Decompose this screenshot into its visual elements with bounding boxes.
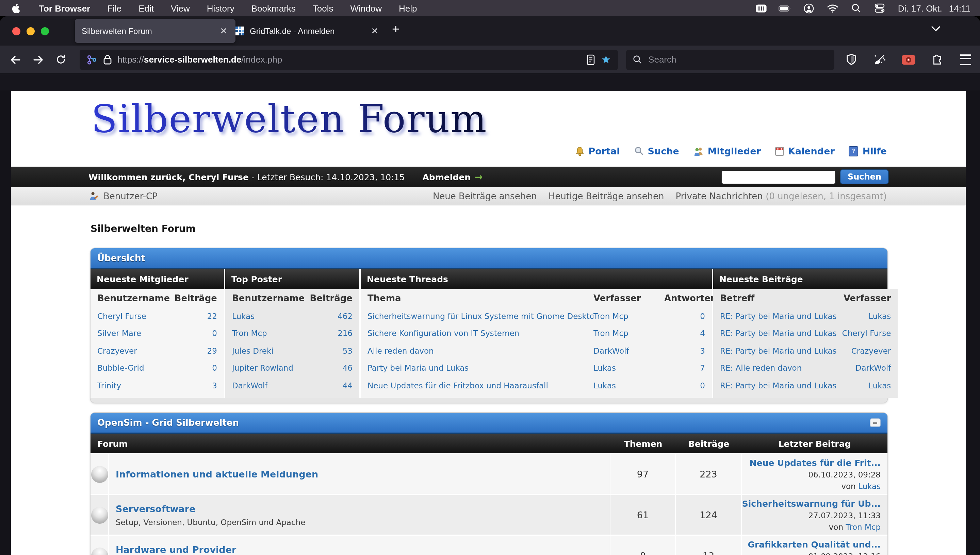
today-posts-link[interactable]: Heutige Beiträge ansehen — [548, 191, 664, 201]
minimize-window-button[interactable] — [27, 27, 35, 35]
post-author-link[interactable]: Lukas — [863, 311, 891, 321]
lastpost-author-link[interactable]: Lukas — [858, 481, 880, 491]
spotlight-icon[interactable] — [850, 3, 863, 14]
list-tabs-chevron-icon[interactable] — [931, 26, 940, 32]
thread-author-link[interactable]: Lukas — [593, 381, 664, 390]
keyboard-icon[interactable] — [755, 3, 767, 14]
nav-hilfe[interactable]: ? Hilfe — [849, 146, 887, 156]
reader-mode-icon[interactable] — [586, 54, 595, 65]
security-shield-icon[interactable] — [844, 52, 859, 67]
forum-title-link[interactable]: Informationen und aktuelle Meldungen — [116, 468, 610, 480]
poster-name-link[interactable]: Jupiter Rowland — [232, 364, 293, 373]
overview-section-headers: Neueste MitgliederTop PosterNeueste Thre… — [90, 269, 887, 289]
thread-title-link[interactable]: Sichere Konfiguration von IT Systemen — [368, 329, 593, 338]
nav-suche[interactable]: Suche — [634, 146, 679, 156]
wifi-icon[interactable] — [827, 3, 839, 14]
thread-author-link[interactable]: Tron Mcp — [593, 329, 664, 338]
menu-item[interactable]: Window — [350, 3, 382, 13]
forward-button[interactable] — [30, 51, 47, 68]
screenshot-camera-icon[interactable] — [901, 52, 916, 67]
browser-search-bar[interactable] — [626, 49, 834, 70]
new-posts-link[interactable]: Neue Beiträge ansehen — [433, 191, 537, 201]
forum-title-link[interactable]: Hardware und Provider — [116, 544, 610, 555]
tab-gridtalk[interactable]: GridTalk.de - Anmelden ✕ — [230, 19, 385, 43]
thread-title-link[interactable]: Neue Updates für die Fritzbox und Haarau… — [368, 381, 593, 390]
lastpost-title-link[interactable]: Neue Updates für die Frit... — [750, 457, 880, 468]
lock-icon[interactable] — [103, 55, 111, 65]
user-bar: Benutzer-CP Neue Beiträge ansehen Heutig… — [11, 187, 966, 205]
nav-portal[interactable]: Portal — [575, 146, 620, 156]
thread-title-link[interactable]: Alle reden davon — [368, 346, 593, 356]
close-window-button[interactable] — [12, 27, 21, 35]
thread-author-link[interactable]: Tron Mcp — [593, 311, 664, 321]
back-button[interactable] — [7, 51, 24, 68]
post-author-link[interactable]: Lukas — [863, 381, 891, 390]
zoom-window-button[interactable] — [41, 27, 49, 35]
thread-title-link[interactable]: Party bei Maria und Lukas — [368, 364, 593, 373]
battery-icon[interactable] — [779, 3, 791, 14]
site-logo[interactable]: Silberwelten Forum — [91, 96, 487, 141]
lastpost-title-link[interactable]: Sicherheitswarnung für Ub... — [742, 498, 880, 508]
tor-circuit-icon[interactable] — [86, 54, 97, 65]
menu-item[interactable]: Bookmarks — [251, 3, 296, 13]
usercp-link[interactable]: Benutzer-CP — [88, 191, 157, 201]
tab-close-icon[interactable]: ✕ — [370, 26, 380, 36]
control-center-icon[interactable] — [874, 3, 887, 14]
forum-name-cell: Serversoftware Setup, Versionen, Ubuntu,… — [109, 495, 610, 534]
collapse-category-button[interactable] — [870, 418, 880, 427]
nav-kalender[interactable]: Kalender — [775, 146, 835, 156]
menu-app-name[interactable]: Tor Browser — [39, 3, 90, 13]
extensions-puzzle-icon[interactable] — [930, 52, 945, 67]
lastpost-title-link[interactable]: Grafikkarten Qualität und... — [748, 539, 880, 549]
lastpost-author-link[interactable]: Tron Mcp — [846, 522, 880, 531]
thread-row: Neue Updates für die Fritzbox und Haarau… — [361, 377, 712, 394]
menu-item[interactable]: Edit — [138, 3, 154, 13]
poster-name-link[interactable]: Lukas — [232, 311, 254, 321]
browser-search-input[interactable] — [647, 54, 827, 65]
member-name-link[interactable]: Cheryl Furse — [97, 311, 146, 321]
menu-clock[interactable]: Di. 17. Okt. 14:11 — [898, 3, 970, 13]
menu-item[interactable]: File — [107, 3, 122, 13]
post-author-link[interactable]: Crazyever — [846, 346, 891, 356]
tab-close-icon[interactable]: ✕ — [218, 26, 229, 36]
post-subject-link[interactable]: RE: Party bei Maria und Lukas — [720, 381, 837, 390]
post-author-link[interactable]: DarkWolf — [850, 364, 891, 373]
new-identity-broom-icon[interactable] — [872, 52, 887, 67]
user-switch-icon[interactable] — [803, 3, 815, 14]
poster-name-link[interactable]: DarkWolf — [232, 381, 268, 390]
member-name-link[interactable]: Silver Mare — [97, 329, 141, 338]
new-tab-button[interactable]: + — [388, 22, 403, 37]
menu-hamburger-icon[interactable] — [958, 52, 973, 67]
thread-author-link[interactable]: DarkWolf — [593, 346, 664, 356]
apple-menu-icon[interactable] — [10, 3, 22, 14]
member-name-link[interactable]: Crazyever — [97, 346, 137, 356]
lastpost-date: 27.07.2023, 11:33 — [808, 510, 880, 520]
menu-item[interactable]: Help — [399, 3, 417, 13]
top-poster-column: Benutzername Beiträge Lukas 462 — [225, 289, 359, 398]
logout-link[interactable]: Abmelden — [422, 172, 470, 182]
member-name-link[interactable]: Bubble-Grid — [97, 364, 144, 373]
menu-item[interactable]: View — [171, 3, 190, 13]
reload-button[interactable] — [52, 51, 70, 68]
forum-search-input[interactable] — [722, 170, 836, 184]
post-author-link[interactable]: Cheryl Furse — [837, 329, 891, 338]
forum-search-button[interactable]: Suchen — [840, 169, 889, 184]
menu-item[interactable]: History — [207, 3, 235, 13]
pm-label: Private Nachrichten — [675, 191, 763, 201]
menu-item[interactable]: Tools — [313, 3, 334, 13]
private-messages-link[interactable]: Private Nachrichten (0 ungelesen, 1 insg… — [675, 191, 887, 201]
thread-title-link[interactable]: Sicherheitswarnung für Linux Systeme mit… — [368, 311, 593, 321]
tab-silberwelten[interactable]: Silberwelten Forum ✕ — [75, 19, 236, 43]
url-bar[interactable]: https://service-silberwelten.de/index.ph… — [79, 49, 618, 70]
forum-title-link[interactable]: Serversoftware — [116, 503, 610, 514]
poster-name-link[interactable]: Jules Dreki — [232, 346, 273, 356]
nav-mitglieder[interactable]: Mitglieder — [694, 146, 761, 156]
poster-name-link[interactable]: Tron Mcp — [232, 329, 267, 338]
post-subject-link[interactable]: RE: Party bei Maria und Lukas — [720, 346, 837, 356]
member-name-link[interactable]: Trinity — [97, 381, 121, 390]
post-subject-link[interactable]: RE: Party bei Maria und Lukas — [720, 311, 837, 321]
thread-author-link[interactable]: Lukas — [593, 364, 664, 373]
post-subject-link[interactable]: RE: Alle reden davon — [720, 364, 802, 373]
bookmark-star-icon[interactable]: ★ — [601, 54, 611, 65]
post-subject-link[interactable]: RE: Party bei Maria und Lukas — [720, 329, 837, 338]
